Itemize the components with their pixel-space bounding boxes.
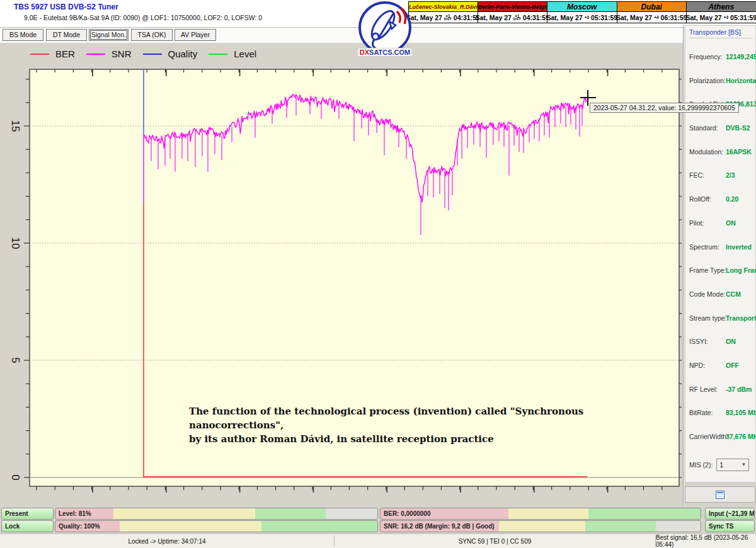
transponder-field: Pilot:ON xyxy=(689,205,755,229)
crosshair-cursor xyxy=(580,97,596,98)
chart-legend: BERSNRQualityLevel xyxy=(30,49,256,59)
panel-divider xyxy=(683,25,684,506)
transponder-field: Frequency:12149,245 MHz xyxy=(689,38,755,62)
clock-time: Sat, May 27+305:31:59 xyxy=(687,12,756,23)
input-indicator: Input (~21,39 Mbps) xyxy=(705,508,755,520)
annotation-line1: The function of the technological proces… xyxy=(189,404,636,432)
field-value: DVB-S2 xyxy=(726,124,750,134)
y-axis-label: 10 xyxy=(9,234,21,253)
transponder-field: ISSYI:ON xyxy=(689,323,755,347)
clock-4: DubaiSat, May 27+406:31:59 xyxy=(617,1,687,23)
transponder-field: RF Level:-37 dBm xyxy=(689,371,755,395)
mis-row: MIS (2): 1 ▼ xyxy=(689,459,755,471)
transponder-field: Polarization:Horizontal xyxy=(689,62,755,86)
clock-city: Moscow xyxy=(547,2,617,12)
field-value: CCM xyxy=(726,290,741,300)
field-label: ISSYI: xyxy=(689,338,726,347)
field-value: Horizontal xyxy=(726,77,756,86)
transponder-field: CarrierWidth:37,676 MHz xyxy=(689,418,755,442)
field-value: -37 dBm xyxy=(726,385,752,395)
stream-list-button[interactable] xyxy=(685,486,755,503)
legend-level: Level xyxy=(209,49,256,59)
field-label: Frequency: xyxy=(689,53,726,62)
transponder-field: Code Mode:CCM xyxy=(689,276,755,300)
satellite-subtitle: 9.0E - Eutelsat 9B/Ka-Sat 9A (ID: 0090) … xyxy=(24,14,262,21)
field-label: Spectrum: xyxy=(689,243,726,253)
clock-city: Berlin-Paris-Vienna-Belgrade xyxy=(478,2,547,12)
transponder-field: FEC:2/3 xyxy=(689,157,755,181)
list-icon xyxy=(716,491,724,499)
tab-bs-mode[interactable]: BS Mode xyxy=(3,29,43,41)
field-label: RollOff: xyxy=(689,195,726,205)
field-value: Inverted xyxy=(726,243,752,253)
field-label: CarrierWidth: xyxy=(689,433,726,442)
field-label: RF Level: xyxy=(689,385,726,395)
tab-dt-mode[interactable]: DT Mode xyxy=(46,29,87,41)
field-value: 0.20 xyxy=(726,195,738,205)
transponder-field: RollOff:0.20 xyxy=(689,181,755,205)
clock-3: MoscowSat, May 27+305:31:59 xyxy=(547,1,617,23)
y-axis-label: 15 xyxy=(9,117,21,135)
transponder-fields: Frequency:12149,245 MHzPolarization:Hori… xyxy=(689,38,755,442)
quality-progressbar: Quality: 100% xyxy=(55,520,378,532)
status-best-signal: Best signal: 16,5 dB (2023-05-26 05:44) xyxy=(656,534,756,548)
value-tooltip: 2023-05-27 04.31.22, value: 16,299999237… xyxy=(590,103,739,113)
field-label: Code Mode: xyxy=(689,290,726,300)
clock-city: Dubai xyxy=(617,2,687,12)
clock-city: Lučenec-Slovakia_R.Dávid xyxy=(409,2,478,12)
field-value: 37,676 MHz xyxy=(726,433,756,442)
mis-label: MIS (2): xyxy=(689,461,713,469)
status-sync: SYNC 59 | TEI 0 | CC 509 xyxy=(335,534,655,548)
status-uptime: Locked -> Uptime: 34:07:14 xyxy=(0,534,334,548)
clock-time: Sat, May 27+406:31:59 xyxy=(617,12,687,23)
lock-indicator: Lock xyxy=(1,520,54,532)
legend-line-icon xyxy=(86,54,105,55)
transponder-field: Stream type:Transport xyxy=(689,300,755,324)
transponder-field: Frame Type:Long Frame xyxy=(689,252,755,276)
field-label: Polarization: xyxy=(689,77,726,86)
present-indicator: Present xyxy=(1,508,54,520)
transponder-field: BitRate:83,105 Mbit/s xyxy=(689,394,755,418)
field-label: Frame Type: xyxy=(689,266,726,276)
transponder-panel: Transponder [BS] Frequency:12149,245 MHz… xyxy=(685,25,756,482)
chevron-down-icon: ▼ xyxy=(741,462,746,467)
field-label: Pilot: xyxy=(689,219,726,229)
field-value: 83,105 Mbit/s xyxy=(726,409,756,418)
transponder-field: NPD:OFF xyxy=(689,347,755,371)
legend-line-icon xyxy=(30,54,49,55)
legend-line-icon xyxy=(143,54,162,55)
clock-time: Sat, May 27+1DST04:31:59 xyxy=(478,12,547,23)
field-value: 12149,245 MHz xyxy=(726,53,756,62)
field-value: OFF xyxy=(726,362,739,371)
field-label: NPD: xyxy=(689,362,726,371)
clock-time: Sat, May 27+305:31:59 xyxy=(547,12,617,23)
tab-tsa-ok-[interactable]: TSA (OK) xyxy=(131,29,173,41)
field-label: BitRate: xyxy=(689,409,726,418)
tab-signal-mon-[interactable]: Signal Mon. xyxy=(89,29,129,41)
mode-tabbar: BS ModeDT ModeSignal Mon.TSA (OK)AV Play… xyxy=(0,28,684,43)
transponder-field: Standard:DVB-S2 xyxy=(689,110,755,134)
field-value: Long Frame xyxy=(726,266,756,276)
clock-2: Berlin-Paris-Vienna-BelgradeSat, May 27+… xyxy=(478,1,548,23)
clock-1: Lučenec-Slovakia_R.DávidSat, May 27+1DST… xyxy=(408,1,478,23)
field-value: ON xyxy=(726,219,736,229)
mis-select[interactable]: 1 ▼ xyxy=(716,459,749,471)
syncts-indicator: Sync TS xyxy=(705,520,755,532)
field-label: Stream type: xyxy=(689,314,726,324)
snr-progressbar: SNR: 16,2 dB (Margin: 9,2 dB | Good) xyxy=(380,520,701,532)
transponder-field: Modulation:16APSK xyxy=(689,134,755,157)
y-axis-label: 0 xyxy=(9,468,21,487)
clock-time: Sat, May 27+1DST04:31:59 xyxy=(409,12,478,23)
panel-title: Transponder [BS] xyxy=(689,28,755,36)
clock-city: Athens xyxy=(687,2,756,12)
clock-5: AthensSat, May 27+305:31:59 xyxy=(687,1,756,23)
legend-ber: BER xyxy=(30,49,75,59)
legend-line-icon xyxy=(209,54,227,55)
ber-progressbar: BER: 0,0000000 xyxy=(380,508,701,520)
legend-snr: SNR xyxy=(86,49,132,59)
field-value: 16APSK xyxy=(726,148,752,157)
field-label: Standard: xyxy=(689,124,726,134)
tab-av-player[interactable]: AV Player xyxy=(175,29,216,41)
chart-annotation: The function of the technological proces… xyxy=(189,404,636,446)
status-bar: Locked -> Uptime: 34:07:14 SYNC 59 | TEI… xyxy=(0,534,756,548)
